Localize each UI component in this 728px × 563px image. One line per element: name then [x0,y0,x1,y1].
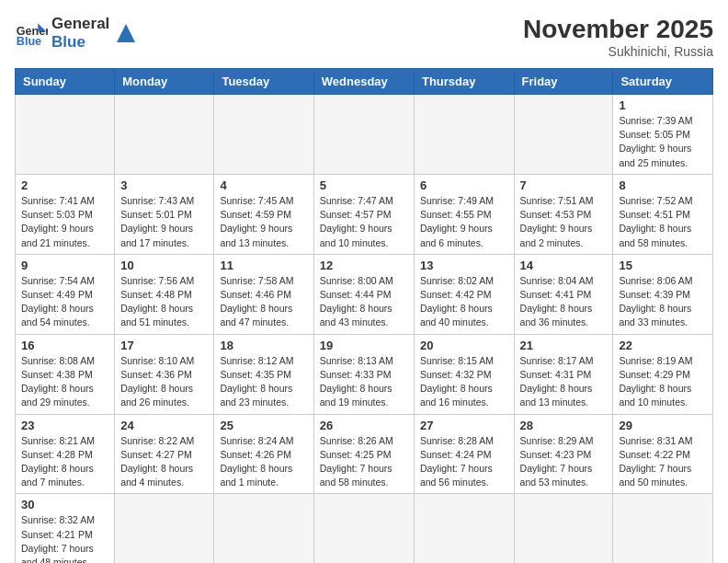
calendar-cell [214,95,313,175]
day-info: Sunrise: 7:58 AM Sunset: 4:46 PM Dayligh… [220,274,307,330]
calendar-title: November 2025 Sukhinichi, Russia [523,15,713,59]
day-number: 15 [619,259,707,272]
day-number: 11 [220,259,307,272]
day-number: 29 [619,419,707,432]
day-number: 20 [420,339,508,352]
calendar-week-row: 23Sunrise: 8:21 AM Sunset: 4:28 PM Dayli… [16,414,713,494]
calendar-cell [313,494,414,563]
day-number: 22 [619,339,707,352]
calendar-cell: 10Sunrise: 7:56 AM Sunset: 4:48 PM Dayli… [115,254,214,334]
calendar-cell [313,95,414,175]
calendar-cell: 28Sunrise: 8:29 AM Sunset: 4:23 PM Dayli… [514,414,613,494]
day-number: 13 [420,259,508,272]
calendar-cell: 25Sunrise: 8:24 AM Sunset: 4:26 PM Dayli… [214,414,313,494]
logo-triangle-icon [113,20,139,46]
day-number: 1 [619,98,707,112]
calendar-cell: 5Sunrise: 7:47 AM Sunset: 4:57 PM Daylig… [313,174,414,254]
calendar-cell: 6Sunrise: 7:49 AM Sunset: 4:55 PM Daylig… [414,174,514,254]
calendar-week-row: 2Sunrise: 7:41 AM Sunset: 5:03 PM Daylig… [16,174,713,254]
calendar-cell [514,95,613,175]
calendar-cell: 29Sunrise: 8:31 AM Sunset: 4:22 PM Dayli… [613,414,713,494]
month-year-label: November 2025 [523,15,713,44]
day-info: Sunrise: 7:43 AM Sunset: 5:01 PM Dayligh… [120,194,208,250]
col-header-monday: Monday [115,69,214,95]
day-info: Sunrise: 8:13 AM Sunset: 4:33 PM Dayligh… [320,354,408,410]
calendar-cell [514,494,613,563]
day-number: 3 [120,178,208,192]
day-info: Sunrise: 7:49 AM Sunset: 4:55 PM Dayligh… [420,194,508,250]
calendar-week-row: 9Sunrise: 7:54 AM Sunset: 4:49 PM Daylig… [16,254,713,334]
calendar-cell: 1Sunrise: 7:39 AM Sunset: 5:05 PM Daylig… [613,95,713,175]
svg-text:Blue: Blue [17,35,41,48]
col-header-tuesday: Tuesday [214,69,313,95]
day-info: Sunrise: 8:00 AM Sunset: 4:44 PM Dayligh… [320,274,408,330]
calendar-cell [16,95,115,175]
calendar-cell: 2Sunrise: 7:41 AM Sunset: 5:03 PM Daylig… [16,174,115,254]
calendar-cell: 20Sunrise: 8:15 AM Sunset: 4:32 PM Dayli… [414,334,514,414]
day-info: Sunrise: 7:39 AM Sunset: 5:05 PM Dayligh… [619,114,707,170]
col-header-thursday: Thursday [414,69,514,95]
calendar-cell: 21Sunrise: 8:17 AM Sunset: 4:31 PM Dayli… [514,334,613,414]
col-header-wednesday: Wednesday [313,69,414,95]
logo-general-text: General [51,15,109,33]
logo-icon: General Blue [15,17,48,50]
day-number: 19 [320,339,408,352]
calendar-cell: 17Sunrise: 8:10 AM Sunset: 4:36 PM Dayli… [115,334,214,414]
day-info: Sunrise: 8:28 AM Sunset: 4:24 PM Dayligh… [420,434,508,490]
day-number: 24 [120,419,208,432]
svg-marker-3 [117,24,135,42]
calendar-cell [414,494,514,563]
day-number: 8 [619,178,707,192]
logo: General Blue General Blue [15,15,139,52]
calendar-cell: 26Sunrise: 8:26 AM Sunset: 4:25 PM Dayli… [313,414,414,494]
day-info: Sunrise: 7:45 AM Sunset: 4:59 PM Dayligh… [220,194,307,250]
calendar-cell: 23Sunrise: 8:21 AM Sunset: 4:28 PM Dayli… [16,414,115,494]
day-info: Sunrise: 8:21 AM Sunset: 4:28 PM Dayligh… [21,434,108,490]
day-number: 16 [21,339,108,352]
day-info: Sunrise: 8:15 AM Sunset: 4:32 PM Dayligh… [420,354,508,410]
calendar-cell: 16Sunrise: 8:08 AM Sunset: 4:38 PM Dayli… [16,334,115,414]
day-info: Sunrise: 8:26 AM Sunset: 4:25 PM Dayligh… [320,434,408,490]
calendar-cell: 8Sunrise: 7:52 AM Sunset: 4:51 PM Daylig… [613,174,713,254]
calendar-week-row: 30Sunrise: 8:32 AM Sunset: 4:21 PM Dayli… [16,494,713,563]
calendar-cell: 9Sunrise: 7:54 AM Sunset: 4:49 PM Daylig… [16,254,115,334]
day-number: 28 [520,419,608,432]
calendar-cell: 27Sunrise: 8:28 AM Sunset: 4:24 PM Dayli… [414,414,514,494]
day-info: Sunrise: 8:06 AM Sunset: 4:39 PM Dayligh… [619,274,707,330]
calendar-cell [214,494,313,563]
page-header: General Blue General Blue November 2025 … [15,15,713,59]
day-number: 23 [21,419,108,432]
day-info: Sunrise: 8:02 AM Sunset: 4:42 PM Dayligh… [420,274,508,330]
day-info: Sunrise: 8:17 AM Sunset: 4:31 PM Dayligh… [520,354,608,410]
calendar-week-row: 1Sunrise: 7:39 AM Sunset: 5:05 PM Daylig… [16,95,713,175]
day-info: Sunrise: 7:41 AM Sunset: 5:03 PM Dayligh… [21,194,108,250]
calendar-cell: 18Sunrise: 8:12 AM Sunset: 4:35 PM Dayli… [214,334,313,414]
day-info: Sunrise: 8:31 AM Sunset: 4:22 PM Dayligh… [619,434,707,490]
calendar-cell: 14Sunrise: 8:04 AM Sunset: 4:41 PM Dayli… [514,254,613,334]
calendar-cell [115,95,214,175]
calendar-week-row: 16Sunrise: 8:08 AM Sunset: 4:38 PM Dayli… [16,334,713,414]
calendar-cell: 22Sunrise: 8:19 AM Sunset: 4:29 PM Dayli… [613,334,713,414]
day-info: Sunrise: 7:56 AM Sunset: 4:48 PM Dayligh… [120,274,208,330]
location-label: Sukhinichi, Russia [523,44,713,59]
calendar-cell: 13Sunrise: 8:02 AM Sunset: 4:42 PM Dayli… [414,254,514,334]
day-number: 27 [420,419,508,432]
col-header-sunday: Sunday [16,69,115,95]
day-number: 14 [520,259,608,272]
day-info: Sunrise: 7:54 AM Sunset: 4:49 PM Dayligh… [21,274,108,330]
day-number: 7 [520,178,608,192]
calendar-cell [414,95,514,175]
calendar-cell: 24Sunrise: 8:22 AM Sunset: 4:27 PM Dayli… [115,414,214,494]
day-info: Sunrise: 8:24 AM Sunset: 4:26 PM Dayligh… [220,434,307,490]
col-header-saturday: Saturday [613,69,713,95]
calendar-cell: 19Sunrise: 8:13 AM Sunset: 4:33 PM Dayli… [313,334,414,414]
day-info: Sunrise: 8:19 AM Sunset: 4:29 PM Dayligh… [619,354,707,410]
day-number: 18 [220,339,307,352]
calendar-table: SundayMondayTuesdayWednesdayThursdayFrid… [15,68,713,563]
day-info: Sunrise: 7:52 AM Sunset: 4:51 PM Dayligh… [619,194,707,250]
calendar-cell: 30Sunrise: 8:32 AM Sunset: 4:21 PM Dayli… [16,494,115,563]
day-number: 9 [21,259,108,272]
day-number: 6 [420,178,508,192]
calendar-header-row: SundayMondayTuesdayWednesdayThursdayFrid… [16,69,713,95]
calendar-cell: 11Sunrise: 7:58 AM Sunset: 4:46 PM Dayli… [214,254,313,334]
